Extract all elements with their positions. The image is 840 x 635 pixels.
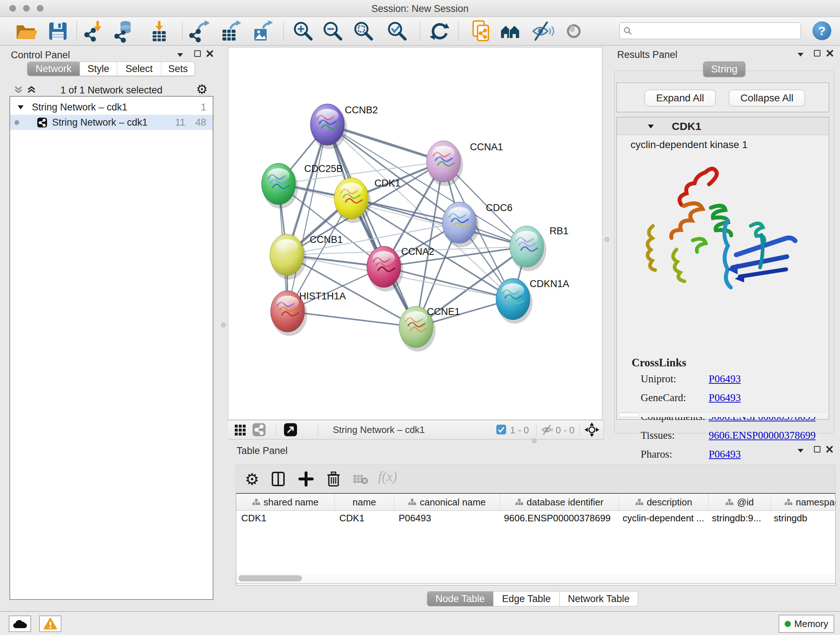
panel-close-icon[interactable] <box>826 446 833 453</box>
panel-float-icon[interactable] <box>814 446 821 453</box>
node-gloss <box>515 231 538 245</box>
network-collection-count: 1 <box>201 102 206 113</box>
column-header-shared-name[interactable]: shared name <box>236 494 335 510</box>
node-gloss <box>276 239 298 253</box>
tab-edge-table[interactable]: Edge Table <box>493 591 560 606</box>
cloud-button[interactable] <box>9 616 31 632</box>
zoom-out-button[interactable] <box>321 19 344 43</box>
column-header-id[interactable]: @id <box>709 494 771 510</box>
network-share-icon[interactable] <box>253 423 265 436</box>
zoom-fit-icon <box>352 19 375 43</box>
column-tree-icon <box>408 499 416 506</box>
cell-namespace: stringdb <box>769 513 836 524</box>
toolbar-separator <box>182 21 183 41</box>
copy-network-button[interactable] <box>470 19 493 43</box>
network-node-label-CDK1: CDK1 <box>374 178 401 188</box>
table-hscrollbar[interactable] <box>236 574 836 584</box>
results-tab-string[interactable]: String <box>703 62 745 77</box>
gene-name: CDK1 <box>672 120 701 133</box>
results-hscrollbar[interactable] <box>619 412 827 417</box>
show-hidden-button[interactable] <box>562 19 585 43</box>
node-gloss <box>373 251 395 265</box>
column-header-namespace[interactable]: namespace <box>771 494 836 510</box>
show-all-networks-button[interactable] <box>499 19 523 43</box>
delete-column-trash-icon[interactable] <box>326 470 341 486</box>
collapse-all-chevron-icon[interactable] <box>14 86 23 94</box>
column-header-name[interactable]: name <box>335 494 394 510</box>
gear-icon[interactable]: ⚙ <box>196 82 208 97</box>
tab-style[interactable]: Style <box>80 62 117 76</box>
fit-content-crosshair-icon[interactable] <box>584 423 599 437</box>
network-node-label-CDC6: CDC6 <box>486 203 513 213</box>
tab-sets[interactable]: Sets <box>161 62 195 76</box>
network-node-label-CDKN1A: CDKN1A <box>530 279 569 289</box>
tree-expander-icon[interactable] <box>17 105 24 110</box>
toolbar-separator <box>458 21 459 41</box>
zoom-selected-icon <box>386 19 409 43</box>
import-table-button[interactable] <box>148 19 171 43</box>
panel-menu-icon[interactable] <box>797 448 804 453</box>
search-field[interactable] <box>619 22 801 39</box>
crosslink-label: GeneCard: <box>641 392 686 404</box>
crosslink-genecard-link[interactable]: P06493 <box>709 392 741 404</box>
tab-network-table[interactable]: Network Table <box>560 591 638 606</box>
panel-menu-icon[interactable] <box>797 52 804 57</box>
export-network-button[interactable] <box>187 19 210 43</box>
network-canvas[interactable]: CCNB2CCNA1CDC25BCDK1CDC6RB1CCNB1CCNA2CDK… <box>228 47 602 420</box>
zoom-in-button[interactable] <box>292 19 315 43</box>
panel-close-icon[interactable] <box>827 50 833 57</box>
column-tree-icon <box>725 499 733 506</box>
right-splitter-grip[interactable] <box>605 237 609 242</box>
save-session-button[interactable] <box>46 19 69 43</box>
selected-checkbox[interactable] <box>496 424 506 434</box>
column-header-canonical-name[interactable]: canonical name <box>394 494 500 510</box>
table-row[interactable]: CDK1 CDK1 P06493 9606.ENSP00000378699 cy… <box>236 511 835 525</box>
network-collection-label: String Network – cdk1 <box>32 102 127 113</box>
network-node-label-CDC25B: CDC25B <box>304 163 343 174</box>
tab-select[interactable]: Select <box>117 62 161 76</box>
toolbar-separator <box>76 21 77 41</box>
add-column-icon[interactable] <box>298 471 314 486</box>
hidden-eye-slash-icon[interactable] <box>541 424 554 435</box>
column-header-database-identifier[interactable]: database identifier <box>500 494 619 510</box>
export-table-button[interactable] <box>218 19 241 43</box>
birdseye-grid-icon[interactable] <box>234 424 246 436</box>
zoom-selected-button[interactable] <box>386 19 409 43</box>
open-session-button[interactable] <box>14 19 37 43</box>
network-collection-row[interactable]: String Network – cdk1 1 <box>10 100 213 115</box>
table-hscrollbar-thumb[interactable] <box>238 575 302 581</box>
apply-layout-button[interactable] <box>428 19 452 43</box>
crosslink-uniprot-link[interactable]: P06493 <box>709 373 741 385</box>
expand-all-button[interactable]: Expand All <box>645 90 715 106</box>
table-panel: Table Panel ⚙ f(x) s <box>228 442 840 611</box>
help-button[interactable]: ? <box>813 21 831 40</box>
open-in-window-icon[interactable] <box>284 423 297 436</box>
network-view-title: String Network – cdk1 <box>333 424 425 435</box>
hide-selected-button[interactable] <box>531 19 554 43</box>
warnings-button[interactable] <box>39 616 62 632</box>
show-columns-icon[interactable] <box>271 471 286 486</box>
column-header-description[interactable]: description <box>619 494 709 510</box>
tab-network[interactable]: Network <box>27 62 80 76</box>
panel-float-icon[interactable] <box>194 50 201 57</box>
import-network-button[interactable] <box>82 19 106 43</box>
crosslink-tissues-link[interactable]: 9606.ENSP00000378699 <box>709 429 816 441</box>
section-collapse-icon[interactable] <box>647 124 654 129</box>
search-input[interactable] <box>636 24 796 37</box>
expand-all-chevron-icon[interactable] <box>27 86 36 94</box>
crosslinks-title: CrossLinks <box>632 356 686 369</box>
zoom-fit-button[interactable] <box>352 19 375 43</box>
panel-float-icon[interactable] <box>814 50 821 57</box>
panel-menu-icon[interactable] <box>177 52 184 57</box>
import-network-from-database-button[interactable] <box>113 19 136 43</box>
export-image-button[interactable] <box>250 19 273 43</box>
memory-button[interactable]: Memory <box>778 615 834 633</box>
network-row-selected[interactable]: String Network – cdk1 11 48 <box>10 115 213 130</box>
gene-section-header[interactable]: CDK1 <box>617 117 829 135</box>
panel-close-icon[interactable] <box>207 50 213 57</box>
left-splitter-grip[interactable] <box>221 323 226 327</box>
collapse-all-button[interactable]: Collapse All <box>729 90 805 106</box>
table-settings-gear-icon[interactable]: ⚙ <box>245 470 259 488</box>
tab-node-table[interactable]: Node Table <box>427 591 493 606</box>
eye-sphere-icon <box>562 19 585 43</box>
